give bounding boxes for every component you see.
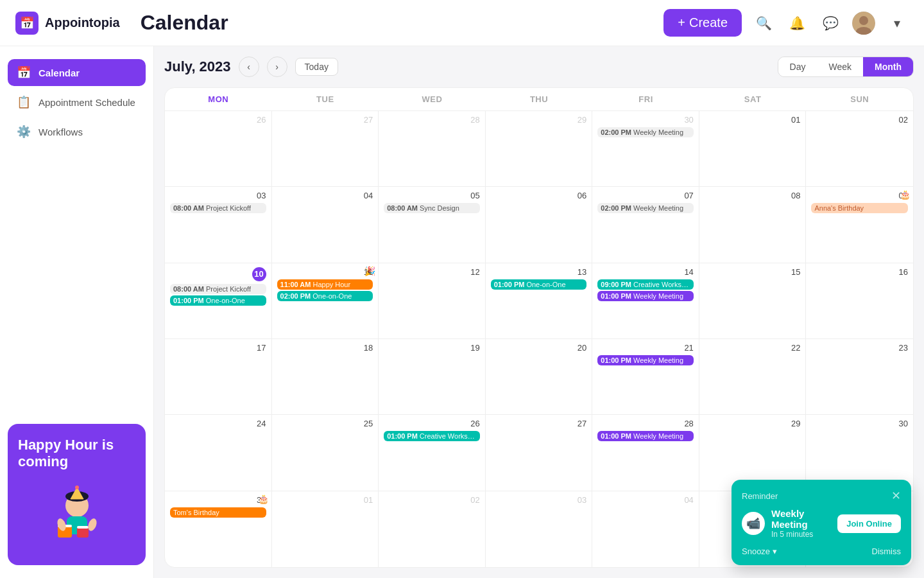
notifications-button[interactable]: 🔔 (785, 12, 809, 35)
calendar-event[interactable]: 08:00 AMSync Design (384, 203, 480, 213)
day-header-wed: WED (379, 88, 486, 110)
calendar-cell[interactable]: 02 (379, 491, 486, 567)
event-time: 02:00 PM (280, 292, 311, 300)
calendar-cell[interactable]: 2801:00 PMWeekly Meeting (592, 415, 699, 490)
calendar-cell[interactable]: 20 (486, 339, 593, 414)
calendar-event[interactable]: 11:00 AMHappy Hour (277, 279, 373, 290)
next-month-button[interactable]: › (267, 57, 287, 77)
create-label: Create (689, 15, 728, 30)
calendar-cell[interactable]: 01 (272, 491, 379, 567)
calendar-cell[interactable]: 31🎂Tom's Birthday (165, 491, 272, 567)
calendar-event[interactable]: 02:00 PMWeekly Meeting (597, 203, 694, 213)
calendar-cell[interactable]: 2601:00 PMCreative Workshop (379, 415, 486, 490)
calendar-cell[interactable]: 01 (699, 111, 807, 186)
view-day-button[interactable]: Day (778, 57, 817, 76)
dismiss-button[interactable]: Dismiss (872, 547, 902, 556)
calendar-cell[interactable]: 24 (165, 415, 272, 490)
sidebar-item-appointment[interactable]: 📋 Appointment Schedule (8, 89, 146, 116)
calendar-cell[interactable]: 02 (806, 111, 913, 186)
event-name: Creative Workshop (420, 432, 477, 440)
calendar-event[interactable]: 01:00 PMCreative Workshop (384, 431, 480, 441)
calendar-event[interactable]: Anna's Birthday (811, 203, 908, 213)
calendar-cell[interactable]: 27 (486, 415, 593, 490)
sidebar-label-workflows: Workflows (38, 127, 83, 137)
event-time: 01:00 PM (387, 432, 418, 440)
day-header-tue: TUE (272, 88, 379, 110)
calendar-cell[interactable]: 04 (592, 491, 699, 567)
calendar-cell[interactable]: 26 (165, 111, 272, 186)
sidebar-item-calendar[interactable]: 📅 Calendar (8, 59, 146, 86)
calendar-cell[interactable]: 03 (486, 491, 593, 567)
calendar-event[interactable]: 01:00 PMOne-on-One (170, 295, 266, 306)
logo: 📅 Appointopia (15, 12, 120, 35)
event-name: Sync Design (420, 204, 459, 212)
calendar-event[interactable]: 09:00 PMCreative Workshop (597, 279, 694, 290)
calendar-cell[interactable]: 0702:00 PMWeekly Meeting (592, 187, 699, 262)
day-number: 11 (277, 267, 373, 277)
event-time: 02:00 PM (601, 204, 631, 212)
calendar-cell[interactable]: 06 (486, 187, 593, 262)
avatar[interactable] (852, 12, 875, 35)
calendar-cell[interactable]: 18 (272, 339, 379, 414)
day-number: 28 (384, 115, 480, 125)
calendar-cell[interactable]: 22 (699, 339, 807, 414)
reminder-popup: Reminder ✕ 📹 Weekly Meeting In 5 minutes… (732, 480, 911, 565)
join-online-button[interactable]: Join Online (837, 514, 901, 533)
day-header-fri: FRI (592, 88, 699, 110)
calendar-cell[interactable]: 28 (379, 111, 486, 186)
search-button[interactable]: 🔍 (752, 12, 775, 35)
calendar-cell[interactable]: 19 (379, 339, 486, 414)
calendar-cell[interactable]: 12 (379, 263, 486, 338)
event-name: One-on-One (206, 297, 245, 304)
calendar-cell[interactable]: 1409:00 PMCreative Workshop01:00 PMWeekl… (592, 263, 699, 338)
logo-icon: 📅 (15, 12, 38, 35)
day-header-mon: MON (165, 88, 272, 110)
event-time: 08:00 AM (173, 285, 204, 293)
calendar-cell[interactable]: 1301:00 PMOne-on-One (486, 263, 593, 338)
svg-rect-10 (77, 527, 89, 538)
today-button[interactable]: Today (295, 58, 338, 76)
calendar-event[interactable]: 01:00 PMOne-on-One (491, 279, 587, 290)
event-time: 08:00 AM (387, 204, 418, 212)
page-title: Calendar (141, 11, 664, 35)
calendar-cell[interactable]: 1008:00 AMProject Kickoff01:00 PMOne-on-… (165, 263, 272, 338)
day-header-thu: THU (486, 88, 593, 110)
calendar-event[interactable]: 02:00 PMWeekly Meeting (597, 127, 694, 137)
day-number: 04 (597, 495, 694, 505)
calendar-event[interactable]: 01:00 PMWeekly Meeting (597, 431, 694, 441)
calendar-cell[interactable]: 2101:00 PMWeekly Meeting (592, 339, 699, 414)
chat-button[interactable]: 💬 (819, 12, 842, 35)
snooze-button[interactable]: Snooze ▾ (742, 547, 777, 556)
calendar-cell[interactable]: 11🎉11:00 AMHappy Hour02:00 PMOne-on-One (272, 263, 379, 338)
calendar-cell[interactable]: 25 (272, 415, 379, 490)
calendar-cell[interactable]: 0508:00 AMSync Design (379, 187, 486, 262)
calendar-cell[interactable]: 16 (806, 263, 913, 338)
calendar-cell[interactable]: 27 (272, 111, 379, 186)
calendar-cell[interactable]: 04 (272, 187, 379, 262)
calendar-cell[interactable]: 29 (486, 111, 593, 186)
calendar-cell[interactable]: 3002:00 PMWeekly Meeting (592, 111, 699, 186)
view-week-button[interactable]: Week (817, 57, 863, 76)
calendar-cell[interactable]: 09🎂Anna's Birthday (806, 187, 913, 262)
event-time: 01:00 PM (601, 292, 631, 300)
event-name: One-on-One (526, 281, 565, 288)
calendar-event[interactable]: 02:00 PMOne-on-One (277, 291, 373, 301)
calendar-event[interactable]: 01:00 PMWeekly Meeting (597, 291, 694, 301)
user-menu-chevron[interactable]: ▾ (886, 12, 909, 35)
create-button[interactable]: + Create (663, 9, 742, 37)
calendar-cell[interactable]: 0308:00 AMProject Kickoff (165, 187, 272, 262)
prev-month-button[interactable]: ‹ (239, 57, 259, 77)
view-month-button[interactable]: Month (863, 57, 913, 76)
day-number: 03 (170, 191, 266, 200)
calendar-cell[interactable]: 23 (806, 339, 913, 414)
calendar-event[interactable]: 08:00 AMProject Kickoff (170, 203, 266, 213)
calendar-cell[interactable]: 17 (165, 339, 272, 414)
reminder-close-button[interactable]: ✕ (891, 489, 901, 503)
calendar-event[interactable]: 08:00 AMProject Kickoff (170, 284, 266, 294)
calendar-cell[interactable]: 08 (699, 187, 807, 262)
calendar-event[interactable]: 01:00 PMWeekly Meeting (597, 355, 694, 365)
calendar-event[interactable]: Tom's Birthday (170, 507, 266, 518)
calendar-cell[interactable]: 15 (699, 263, 807, 338)
sidebar-item-workflows[interactable]: ⚙️ Workflows (8, 118, 146, 145)
header-actions: + Create 🔍 🔔 💬 ▾ (663, 9, 909, 37)
